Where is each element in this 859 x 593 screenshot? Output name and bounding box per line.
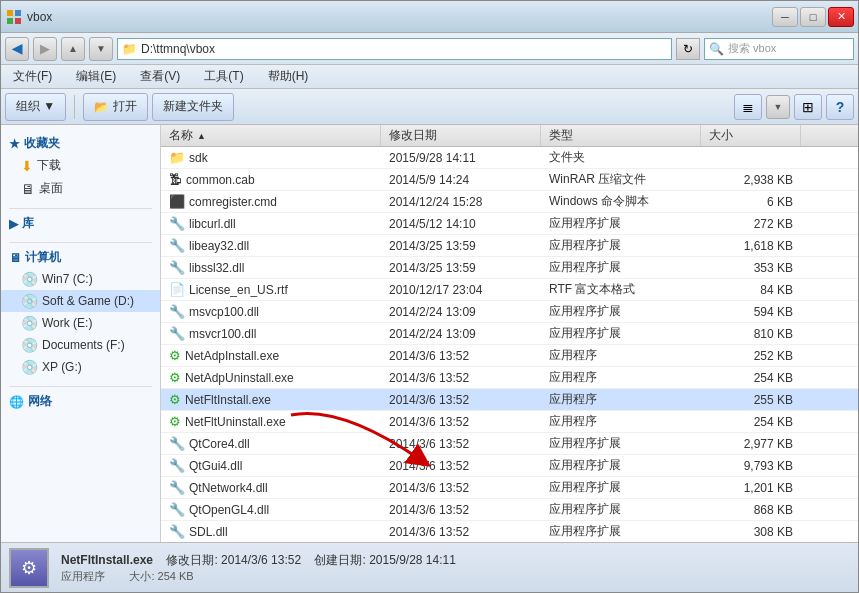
back-button[interactable]: ◀ <box>5 37 29 61</box>
favorites-header[interactable]: ★ 收藏夹 <box>1 133 160 154</box>
help-button[interactable]: ? <box>826 94 854 120</box>
file-icon: 🔧 <box>169 216 185 231</box>
table-row[interactable]: 🔧 SDL.dll 2014/3/6 13:52 应用程序扩展 308 KB <box>161 521 858 542</box>
cell-name: 🔧 msvcp100.dll <box>161 304 381 319</box>
menu-help[interactable]: 帮助(H) <box>260 66 317 87</box>
recent-button[interactable]: ▼ <box>89 37 113 61</box>
cell-date: 2015/9/28 14:11 <box>381 151 541 165</box>
sidebar-divider-2 <box>9 242 152 243</box>
network-icon: 🌐 <box>9 395 24 409</box>
file-icon: ⚙ <box>169 370 181 385</box>
view-options-button[interactable]: ≣ <box>734 94 762 120</box>
table-row[interactable]: 🔧 QtNetwork4.dll 2014/3/6 13:52 应用程序扩展 1… <box>161 477 858 499</box>
cell-type: 应用程序扩展 <box>541 325 701 342</box>
file-list-wrapper: 名称 ▲ 修改日期 类型 大小 📁 <box>161 125 858 542</box>
cell-date: 2014/3/6 13:52 <box>381 525 541 539</box>
table-row[interactable]: ⚙ NetFltInstall.exe 2014/3/6 13:52 应用程序 … <box>161 389 858 411</box>
cell-date: 2014/3/6 13:52 <box>381 371 541 385</box>
cell-size: 2,977 KB <box>701 437 801 451</box>
cell-type: 应用程序扩展 <box>541 215 701 232</box>
cell-date: 2014/3/6 13:52 <box>381 503 541 517</box>
computer-icon: 🖥 <box>9 251 21 265</box>
cell-name: 🔧 libcurl.dll <box>161 216 381 231</box>
cell-name: 📁 sdk <box>161 150 381 165</box>
table-row[interactable]: 🔧 QtGui4.dll 2014/3/6 13:52 应用程序扩展 9,793… <box>161 455 858 477</box>
library-header[interactable]: ▶ 库 <box>1 213 160 234</box>
status-file-icon: ⚙ <box>9 548 49 588</box>
drive-g-icon: 💿 <box>21 359 38 375</box>
table-row[interactable]: ⬛ comregister.cmd 2014/12/24 15:28 Windo… <box>161 191 858 213</box>
file-list-header: 名称 ▲ 修改日期 类型 大小 <box>161 125 858 147</box>
table-row[interactable]: 🗜 common.cab 2014/5/9 14:24 WinRAR 压缩文件 … <box>161 169 858 191</box>
cell-size: 254 KB <box>701 415 801 429</box>
svg-rect-2 <box>7 18 13 24</box>
table-row[interactable]: 📄 License_en_US.rtf 2010/12/17 23:04 RTF… <box>161 279 858 301</box>
cell-size: 353 KB <box>701 261 801 275</box>
col-header-date[interactable]: 修改日期 <box>381 125 541 146</box>
table-row[interactable]: 🔧 libssl32.dll 2014/3/25 13:59 应用程序扩展 35… <box>161 257 858 279</box>
file-icon: 🔧 <box>169 480 185 495</box>
sidebar-item-d[interactable]: 💿 Soft & Game (D:) <box>1 290 160 312</box>
menu-edit[interactable]: 编辑(E) <box>68 66 124 87</box>
col-header-size[interactable]: 大小 <box>701 125 801 146</box>
table-row[interactable]: 🔧 QtOpenGL4.dll 2014/3/6 13:52 应用程序扩展 86… <box>161 499 858 521</box>
sidebar-item-e[interactable]: 💿 Work (E:) <box>1 312 160 334</box>
file-list: 📁 sdk 2015/9/28 14:11 文件夹 🗜 common.cab 2… <box>161 147 858 542</box>
cell-type: WinRAR 压缩文件 <box>541 171 701 188</box>
sidebar-item-g[interactable]: 💿 XP (G:) <box>1 356 160 378</box>
file-icon: 🗜 <box>169 172 182 187</box>
menu-view[interactable]: 查看(V) <box>132 66 188 87</box>
cell-size: 868 KB <box>701 503 801 517</box>
table-row[interactable]: 🔧 QtCore4.dll 2014/3/6 13:52 应用程序扩展 2,97… <box>161 433 858 455</box>
cell-date: 2014/3/6 13:52 <box>381 349 541 363</box>
cell-date: 2014/2/24 13:09 <box>381 305 541 319</box>
cell-name: 🔧 libssl32.dll <box>161 260 381 275</box>
table-row[interactable]: 🔧 libcurl.dll 2014/5/12 14:10 应用程序扩展 272… <box>161 213 858 235</box>
col-header-name[interactable]: 名称 ▲ <box>161 125 381 146</box>
sidebar-item-download[interactable]: ⬇ 下载 <box>1 154 160 177</box>
cell-date: 2014/2/24 13:09 <box>381 327 541 341</box>
cell-name: 🔧 QtOpenGL4.dll <box>161 502 381 517</box>
view-dropdown-button[interactable]: ▼ <box>766 95 790 119</box>
star-icon: ★ <box>9 137 20 151</box>
table-row[interactable]: 🔧 msvcp100.dll 2014/2/24 13:09 应用程序扩展 59… <box>161 301 858 323</box>
new-folder-button[interactable]: 新建文件夹 <box>152 93 234 121</box>
col-header-type[interactable]: 类型 <box>541 125 701 146</box>
cell-type: 应用程序扩展 <box>541 501 701 518</box>
explorer-window: vbox ─ □ ✕ ◀ ▶ ▲ ▼ 📁 D:\ttmnq\vbox ↻ 🔍 搜… <box>0 0 859 593</box>
open-button[interactable]: 📂 打开 <box>83 93 148 121</box>
maximize-button[interactable]: □ <box>800 7 826 27</box>
cell-type: 应用程序 <box>541 391 701 408</box>
table-row[interactable]: 📁 sdk 2015/9/28 14:11 文件夹 <box>161 147 858 169</box>
cell-size: 272 KB <box>701 217 801 231</box>
table-row[interactable]: ⚙ NetAdpInstall.exe 2014/3/6 13:52 应用程序 … <box>161 345 858 367</box>
cell-name: 🔧 QtCore4.dll <box>161 436 381 451</box>
sidebar-item-desktop[interactable]: 🖥 桌面 <box>1 177 160 200</box>
minimize-button[interactable]: ─ <box>772 7 798 27</box>
cell-size: 1,201 KB <box>701 481 801 495</box>
menu-file[interactable]: 文件(F) <box>5 66 60 87</box>
refresh-button[interactable]: ↻ <box>676 38 700 60</box>
table-row[interactable]: 🔧 msvcr100.dll 2014/2/24 13:09 应用程序扩展 81… <box>161 323 858 345</box>
cell-date: 2014/5/12 14:10 <box>381 217 541 231</box>
menu-tools[interactable]: 工具(T) <box>196 66 251 87</box>
search-box[interactable]: 🔍 搜索 vbox <box>704 38 854 60</box>
pane-icon: ⊞ <box>802 99 814 115</box>
address-input[interactable]: 📁 D:\ttmnq\vbox <box>117 38 672 60</box>
table-row[interactable]: ⚙ NetAdpUninstall.exe 2014/3/6 13:52 应用程… <box>161 367 858 389</box>
table-row[interactable]: ⚙ NetFltUninstall.exe 2014/3/6 13:52 应用程… <box>161 411 858 433</box>
close-button[interactable]: ✕ <box>828 7 854 27</box>
network-header[interactable]: 🌐 网络 <box>1 391 160 412</box>
forward-button[interactable]: ▶ <box>33 37 57 61</box>
up-button[interactable]: ▲ <box>61 37 85 61</box>
table-row[interactable]: 🔧 libeay32.dll 2014/3/25 13:59 应用程序扩展 1,… <box>161 235 858 257</box>
file-icon: 🔧 <box>169 304 185 319</box>
pane-button[interactable]: ⊞ <box>794 94 822 120</box>
organize-button[interactable]: 组织 ▼ <box>5 93 66 121</box>
cell-size: 594 KB <box>701 305 801 319</box>
cell-type: 应用程序 <box>541 369 701 386</box>
computer-header[interactable]: 🖥 计算机 <box>1 247 160 268</box>
sidebar-item-f[interactable]: 💿 Documents (F:) <box>1 334 160 356</box>
sidebar-item-c[interactable]: 💿 Win7 (C:) <box>1 268 160 290</box>
status-details: 应用程序 大小: 254 KB <box>61 569 850 584</box>
